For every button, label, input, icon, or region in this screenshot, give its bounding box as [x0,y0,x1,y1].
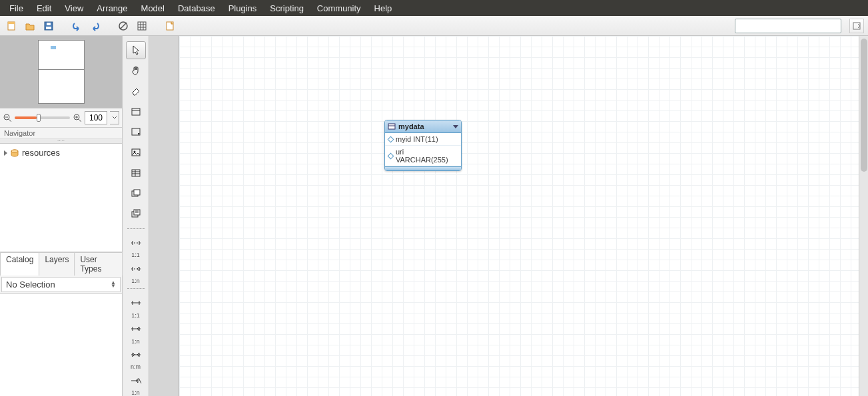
search-box[interactable] [735,19,841,33]
tab-catalog[interactable]: Catalog [0,252,39,276]
open-folder-button[interactable] [23,19,37,33]
relation-label: 1:n [131,389,140,396]
table-entity-mydata[interactable]: mydata myid INT(11) uri VARCHAR(255) [384,120,462,171]
search-options-button[interactable] [849,19,864,33]
relation-1-n-pick-tool[interactable] [126,371,146,389]
menu-arrange[interactable]: Arrange [90,1,134,15]
schema-icon [10,148,19,158]
view-tool[interactable] [126,184,146,202]
svg-point-23 [11,150,18,152]
main-toolbar [0,16,868,36]
relation-n-m-tool[interactable] [126,346,146,364]
validate-button[interactable] [116,19,131,33]
svg-rect-3 [46,27,51,29]
table-column[interactable]: myid INT(11) [385,133,461,146]
svg-rect-27 [132,149,140,156]
tab-layers[interactable]: Layers [39,252,75,276]
svg-rect-24 [132,108,140,115]
side-tabs: Catalog Layers User Types [0,252,122,276]
tab-user-types[interactable]: User Types [74,252,123,276]
svg-rect-51 [388,124,395,129]
zoom-out-icon[interactable] [3,113,12,122]
zoom-controls [0,108,122,128]
relation-1-n-nonid-tool[interactable] [126,260,146,278]
menu-view[interactable]: View [58,1,90,15]
selection-label: No Selection [6,280,55,290]
table-footer [385,166,461,170]
relation-label: n:m [131,363,141,370]
diagram-canvas[interactable]: mydata myid INT(11) uri VARCHAR(255) [179,36,859,396]
pointer-tool[interactable] [126,41,146,59]
menu-scripting[interactable]: Scripting [263,1,310,15]
undo-button[interactable] [69,19,84,33]
redo-button[interactable] [88,19,103,33]
relation-1-1-id-tool[interactable] [126,294,146,312]
vertical-scrollbar[interactable] [859,36,868,396]
menu-community[interactable]: Community [310,1,368,15]
selection-combo[interactable]: No Selection ▲▼ [1,277,121,292]
properties-panel [0,294,122,397]
zoom-in-icon[interactable] [73,113,82,122]
catalog-tree[interactable]: resources [0,143,122,252]
side-panel: Navigator resources Catalog Layers User … [0,36,123,396]
table-tool[interactable] [126,164,146,182]
column-key-icon [388,136,394,142]
relation-1-n-id-tool[interactable] [126,320,146,338]
svg-rect-4 [47,23,51,25]
new-document-button[interactable] [163,19,177,33]
combo-arrows-icon: ▲▼ [111,281,116,288]
svg-line-6 [120,23,127,29]
catalog-item-label: resources [22,148,60,158]
note-tool[interactable] [126,123,146,141]
expand-arrow-icon[interactable] [4,150,7,156]
search-input[interactable] [741,20,841,32]
column-text: myid INT(11) [396,135,438,143]
column-key-icon [388,152,394,159]
svg-rect-7 [138,22,146,30]
menu-plugins[interactable]: Plugins [222,1,264,15]
menu-database[interactable]: Database [171,1,222,15]
menu-edit[interactable]: Edit [30,1,58,15]
zoom-slider[interactable] [15,116,70,119]
relation-label: 1:n [131,338,140,345]
tool-palette: 1:1 1:n 1:1 1:n n:m 1:n [123,36,149,396]
relation-label: 1:n [131,278,140,284]
table-column[interactable]: uri VARCHAR(255) [385,146,461,166]
layer-tool[interactable] [126,102,146,120]
routine-group-tool[interactable] [126,205,146,223]
column-text: uri VARCHAR(255) [396,148,458,164]
collapse-icon[interactable] [453,125,458,128]
svg-rect-1 [8,22,15,24]
image-tool[interactable] [126,144,146,162]
table-name: mydata [398,122,450,130]
relation-label: 1:1 [131,312,140,319]
svg-rect-15 [853,23,860,29]
catalog-tree-item[interactable]: resources [1,146,121,159]
navigator-thumbnail[interactable] [38,40,85,104]
eraser-tool[interactable] [126,83,146,100]
menu-help[interactable]: Help [368,1,399,15]
table-header[interactable]: mydata [385,120,461,133]
svg-line-22 [79,119,81,122]
zoom-value-input[interactable] [85,111,107,124]
navigator-panel [0,36,122,108]
save-button[interactable] [41,19,56,33]
relation-1-1-nonid-tool[interactable] [126,234,146,252]
canvas-area: mydata myid INT(11) uri VARCHAR(255) [149,36,868,396]
svg-line-18 [9,119,11,122]
relation-label: 1:1 [131,252,140,258]
svg-rect-29 [132,170,140,176]
menu-file[interactable]: File [3,1,30,15]
svg-rect-34 [134,190,140,195]
menubar: File Edit View Arrange Model Database Pl… [0,0,868,16]
zoom-dropdown[interactable] [110,111,119,124]
hand-tool[interactable] [126,62,146,80]
grid-toggle-button[interactable] [135,19,149,33]
menu-model[interactable]: Model [135,1,171,15]
new-file-button[interactable] [4,19,19,33]
table-icon [388,122,396,130]
